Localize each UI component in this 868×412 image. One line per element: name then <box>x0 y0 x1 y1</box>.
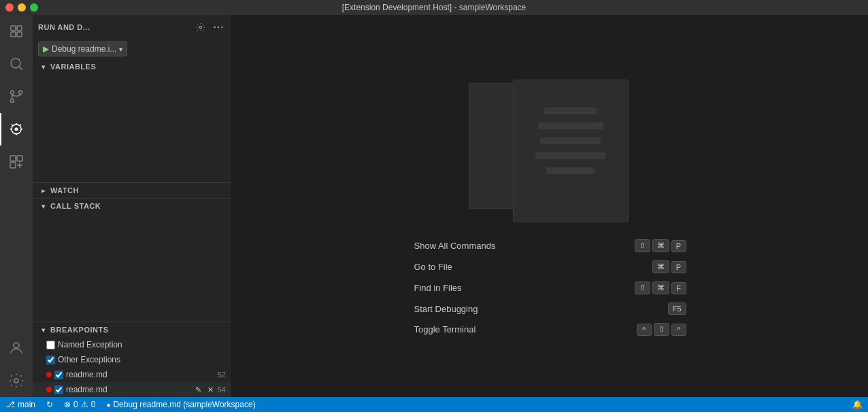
breakpoints-list: Named Exception Other Exceptions readme.… <box>33 337 231 397</box>
other-exceptions-label: Other Exceptions <box>58 355 226 364</box>
status-branch[interactable]: ⎇ main <box>0 397 41 412</box>
more-actions-button[interactable]: ⋯ <box>211 20 226 35</box>
close-button[interactable] <box>5 3 14 12</box>
sync-icon: ↻ <box>46 400 53 409</box>
svg-point-13 <box>14 343 19 348</box>
breakpoint-dot <box>46 372 52 377</box>
call-stack-section: CALL STACK <box>33 198 231 213</box>
key-badge: P <box>671 240 686 252</box>
command-row: Start Debugging F5 <box>414 303 686 315</box>
watch-title: WATCH <box>50 186 79 194</box>
sidebar-title: RUN AND D... <box>38 23 90 31</box>
status-left: ⎇ main ↻ ⊗ 0 ⚠ 0 ● Debug readme.md (samp… <box>0 397 261 412</box>
command-keys: ⌘ P <box>652 260 686 273</box>
debug-settings-button[interactable] <box>193 20 208 35</box>
variables-content <box>33 74 231 182</box>
branch-name: main <box>18 400 35 409</box>
breakpoints-section: BREAKPOINTS Named Exception Other Except… <box>33 322 231 397</box>
debug-config-row: ▶ Debug readme.i... ▾ <box>33 39 231 59</box>
chevron-down-icon: ▾ <box>119 46 122 53</box>
sidebar-actions: ⋯ <box>193 20 226 35</box>
command-label: Find in Files <box>414 283 462 293</box>
status-errors[interactable]: ⊗ 0 ⚠ 0 <box>59 397 101 412</box>
bell-icon: 🔔 <box>852 400 863 409</box>
command-label: Go to File <box>414 262 452 272</box>
activity-source-control[interactable] <box>0 80 33 113</box>
status-debug-session[interactable]: ● Debug readme.md (sampleWorkspace) <box>101 397 261 412</box>
command-keys: ^ ⇧ ^ <box>637 323 686 336</box>
named-exception-checkbox[interactable] <box>46 341 55 349</box>
variables-header[interactable]: VARIABLES <box>33 59 231 74</box>
status-bell[interactable]: 🔔 <box>847 397 868 412</box>
main-layout: RUN AND D... ⋯ ▶ Debug readme.i... ▾ <box>0 15 868 397</box>
bp-actions-2: ✎ ✕ 54 <box>193 384 226 395</box>
command-row: Show All Commands ⇧ ⌘ P <box>414 239 686 252</box>
readme-md-2-label: readme.md <box>66 385 190 394</box>
doc-lines <box>514 80 628 188</box>
breakpoints-header[interactable]: BREAKPOINTS <box>33 322 231 337</box>
breakpoints-title: BREAKPOINTS <box>50 326 109 334</box>
debug-session-label: Debug readme.md (sampleWorkspace) <box>113 400 255 409</box>
svg-rect-11 <box>17 156 22 161</box>
key-badge: ⇧ <box>654 323 669 336</box>
readme-md-2-checkbox[interactable] <box>54 385 63 394</box>
readme-md-1-line: 52 <box>218 371 226 379</box>
svg-point-4 <box>11 58 20 68</box>
play-icon: ▶ <box>43 44 49 54</box>
svg-point-6 <box>11 91 14 95</box>
status-sync[interactable]: ↻ <box>41 397 59 412</box>
readme-md-1-label: readme.md <box>66 370 215 379</box>
activity-extensions[interactable] <box>0 145 33 178</box>
list-item: readme.md 52 ✎ ✕ 52 <box>33 367 231 382</box>
debug-dot-icon: ● <box>106 401 110 409</box>
breakpoint-dot <box>46 387 52 392</box>
call-stack-content <box>33 213 231 322</box>
svg-point-9 <box>15 128 18 131</box>
key-badge: ⇧ <box>635 281 650 294</box>
debug-config-label: Debug readme.i... <box>52 44 116 54</box>
command-row: Find in Files ⇧ ⌘ F <box>414 281 686 294</box>
list-item: Other Exceptions <box>33 352 231 367</box>
variables-title: VARIABLES <box>50 63 96 71</box>
title-bar: [Extension Development Host] - sampleWor… <box>0 0 868 15</box>
key-badge: F5 <box>668 303 686 315</box>
readme-md-2-line: 54 <box>218 385 226 394</box>
other-exceptions-checkbox[interactable] <box>46 356 55 364</box>
list-item: Named Exception <box>33 337 231 352</box>
welcome-widget: Show All Commands ⇧ ⌘ P Go to File ⌘ P <box>414 76 686 336</box>
call-stack-header[interactable]: CALL STACK <box>33 199 231 213</box>
window-controls <box>5 3 38 12</box>
svg-rect-12 <box>10 162 16 168</box>
activity-search[interactable] <box>0 48 33 80</box>
remove-breakpoint-2-button[interactable]: ✕ <box>205 384 216 395</box>
svg-point-15 <box>199 26 202 29</box>
svg-point-7 <box>11 99 14 103</box>
key-badge: ⇧ <box>635 239 650 252</box>
key-badge: ^ <box>637 324 652 336</box>
command-keys: ⇧ ⌘ P <box>635 239 686 252</box>
key-badge: ⌘ <box>652 281 669 294</box>
doc-line <box>538 122 603 129</box>
activity-settings[interactable] <box>0 364 33 397</box>
watch-header[interactable]: WATCH <box>33 183 231 198</box>
key-badge: ⌘ <box>652 260 669 273</box>
call-stack-title: CALL STACK <box>50 202 101 210</box>
commands-list: Show All Commands ⇧ ⌘ P Go to File ⌘ P <box>414 239 686 336</box>
activity-bottom <box>0 332 33 397</box>
readme-md-1-checkbox[interactable] <box>54 371 63 379</box>
activity-account[interactable] <box>0 332 33 364</box>
doc-line <box>544 107 597 114</box>
activity-explorer[interactable] <box>0 15 33 48</box>
watch-section: WATCH <box>33 182 231 198</box>
minimize-button[interactable] <box>18 3 26 12</box>
maximize-button[interactable] <box>30 3 38 12</box>
svg-point-8 <box>19 91 22 95</box>
debug-config-dropdown[interactable]: ▶ Debug readme.i... ▾ <box>38 41 127 56</box>
activity-debug[interactable] <box>0 113 33 145</box>
doc-page-front <box>513 80 629 222</box>
edit-breakpoint-2-button[interactable]: ✎ <box>193 384 204 395</box>
command-row: Toggle Terminal ^ ⇧ ^ <box>414 323 686 336</box>
command-keys: F5 <box>668 303 686 315</box>
named-exception-label: Named Exception <box>58 340 226 349</box>
doc-line <box>546 167 594 174</box>
